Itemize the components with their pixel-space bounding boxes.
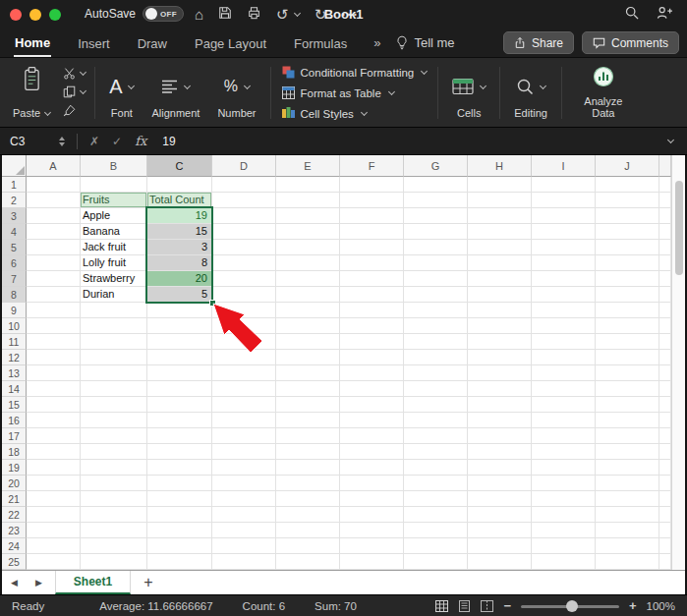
normal-view-icon[interactable] xyxy=(435,600,448,612)
cell-D4[interactable] xyxy=(212,224,276,240)
cell-B3[interactable]: Apple xyxy=(81,208,147,224)
home-icon[interactable]: ⌂ xyxy=(195,7,203,22)
cell-A7[interactable] xyxy=(27,271,81,287)
cell-H6[interactable] xyxy=(468,255,532,271)
row-header-13[interactable]: 13 xyxy=(2,365,27,381)
minimize-window-button[interactable] xyxy=(29,9,41,21)
cell-J7[interactable] xyxy=(596,271,659,287)
cell-E5[interactable] xyxy=(276,240,340,255)
editing-group-button[interactable]: Editing xyxy=(509,63,552,123)
cell-G11[interactable] xyxy=(404,334,468,350)
column-header-I[interactable]: I xyxy=(532,155,596,177)
cell-F19[interactable] xyxy=(340,460,404,476)
cell-J23[interactable] xyxy=(596,523,659,538)
cell-B5[interactable]: Jack fruit xyxy=(81,240,147,255)
zoom-slider[interactable] xyxy=(521,600,619,612)
cell-E21[interactable] xyxy=(276,491,340,507)
cell-F8[interactable] xyxy=(340,287,404,303)
cell-E16[interactable] xyxy=(276,413,340,428)
column-header-J[interactable]: J xyxy=(596,155,659,177)
cell-H1[interactable] xyxy=(468,177,532,193)
cell-J4[interactable] xyxy=(596,224,659,240)
cell-E2[interactable] xyxy=(276,193,340,208)
cell-E23[interactable] xyxy=(276,523,340,538)
cell-B13[interactable] xyxy=(81,365,147,381)
row-header-10[interactable]: 10 xyxy=(2,318,27,334)
cell-C4[interactable]: 15 xyxy=(147,224,212,240)
close-window-button[interactable] xyxy=(10,9,22,21)
cell-H24[interactable] xyxy=(468,538,532,554)
cell-F4[interactable] xyxy=(340,224,404,240)
cell-I7[interactable] xyxy=(532,271,596,287)
fullscreen-window-button[interactable] xyxy=(49,9,61,21)
cell-E12[interactable] xyxy=(276,350,340,365)
cell-A13[interactable] xyxy=(27,365,81,381)
cell-I17[interactable] xyxy=(532,428,596,444)
cell-A3[interactable] xyxy=(27,208,81,224)
cell-F12[interactable] xyxy=(340,350,404,365)
cell-H22[interactable] xyxy=(468,507,532,523)
cell-J2[interactable] xyxy=(596,193,659,208)
cell-G24[interactable] xyxy=(404,538,468,554)
cell-H20[interactable] xyxy=(468,476,532,491)
cell-I13[interactable] xyxy=(532,365,596,381)
cell-F5[interactable] xyxy=(340,240,404,255)
cell-D3[interactable] xyxy=(212,208,276,224)
cell-D6[interactable] xyxy=(212,255,276,271)
conditional-formatting-button[interactable]: Conditional Formatting xyxy=(282,66,428,79)
cell-C10[interactable] xyxy=(147,318,212,334)
cell-A15[interactable] xyxy=(27,397,81,413)
cell-H2[interactable] xyxy=(468,193,532,208)
cell-I25[interactable] xyxy=(532,554,596,570)
row-header-16[interactable]: 16 xyxy=(2,413,27,428)
cell-J8[interactable] xyxy=(596,287,659,303)
row-header-8[interactable]: 8 xyxy=(2,287,27,303)
cell-A12[interactable] xyxy=(27,350,81,365)
row-header-4[interactable]: 4 xyxy=(2,224,27,240)
expand-formula-bar-icon[interactable] xyxy=(667,137,674,143)
cell-F1[interactable] xyxy=(340,177,404,193)
cell-G22[interactable] xyxy=(404,507,468,523)
cell-D2[interactable] xyxy=(212,193,276,208)
cell-J17[interactable] xyxy=(596,428,659,444)
cell-E15[interactable] xyxy=(276,397,340,413)
cell-D21[interactable] xyxy=(212,491,276,507)
cell-G4[interactable] xyxy=(404,224,468,240)
cell-D23[interactable] xyxy=(212,523,276,538)
cell-A5[interactable] xyxy=(27,240,81,255)
cell-C13[interactable] xyxy=(147,365,212,381)
name-box-spinner[interactable] xyxy=(59,137,65,146)
sheet-nav-right-icon[interactable]: ▶ xyxy=(27,578,51,588)
cell-G3[interactable] xyxy=(404,208,468,224)
tab-formulas[interactable]: Formulas xyxy=(293,29,348,56)
cell-styles-button[interactable]: Cell Styles xyxy=(282,107,428,120)
cell-I2[interactable] xyxy=(532,193,596,208)
cell-B4[interactable]: Banana xyxy=(81,224,147,240)
cell-G2[interactable] xyxy=(404,193,468,208)
cell-H16[interactable] xyxy=(468,413,532,428)
cell-E3[interactable] xyxy=(276,208,340,224)
column-header-C[interactable]: C xyxy=(147,155,212,177)
cell-J9[interactable] xyxy=(596,303,659,318)
cell-C3[interactable]: 19 xyxy=(147,208,212,224)
vertical-scrollbar[interactable] xyxy=(671,155,685,570)
zoom-percentage[interactable]: 100% xyxy=(647,600,675,612)
cell-C5[interactable]: 3 xyxy=(147,240,212,255)
cell-D8[interactable] xyxy=(212,287,276,303)
cell-I22[interactable] xyxy=(532,507,596,523)
cell-C23[interactable] xyxy=(147,523,212,538)
cell-B1[interactable] xyxy=(81,177,147,193)
cell-B23[interactable] xyxy=(81,523,147,538)
cell-A19[interactable] xyxy=(27,460,81,476)
cell-D24[interactable] xyxy=(212,538,276,554)
cell-A11[interactable] xyxy=(27,334,81,350)
cell-I3[interactable] xyxy=(532,208,596,224)
cell-H18[interactable] xyxy=(468,444,532,460)
cell-E24[interactable] xyxy=(276,538,340,554)
cell-B20[interactable] xyxy=(81,476,147,491)
cell-G9[interactable] xyxy=(404,303,468,318)
cell-D16[interactable] xyxy=(212,413,276,428)
tab-page-layout[interactable]: Page Layout xyxy=(194,29,267,56)
sheet-nav-left-icon[interactable]: ◀ xyxy=(2,578,27,588)
cell-I1[interactable] xyxy=(532,177,596,193)
